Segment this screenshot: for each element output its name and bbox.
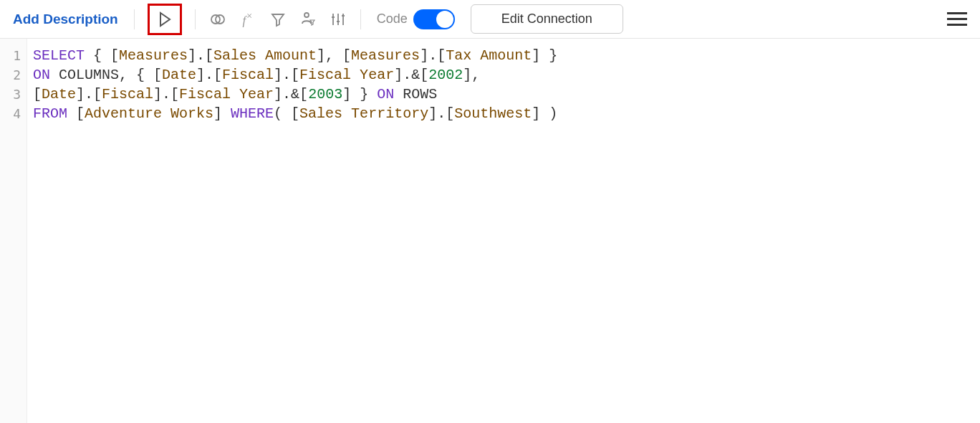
add-description-link[interactable]: Add Description xyxy=(6,7,125,32)
code-line: [Date].[Fiscal].[Fiscal Year].&[2003] } … xyxy=(33,85,974,104)
code-editor[interactable]: 1234 SELECT { [Measures].[Sales Amount],… xyxy=(0,39,980,423)
sliders-button[interactable] xyxy=(325,6,352,33)
fx-button[interactable]: f× xyxy=(234,6,261,33)
user-filter-button[interactable] xyxy=(294,6,322,33)
separator xyxy=(134,9,135,29)
code-line: SELECT { [Measures].[Sales Amount], [Mea… xyxy=(33,46,974,65)
fx-icon: f× xyxy=(243,10,253,28)
line-number: 2 xyxy=(0,65,27,85)
play-icon xyxy=(158,11,172,27)
code-label: Code xyxy=(377,11,408,27)
code-toggle[interactable] xyxy=(413,9,455,29)
code-area[interactable]: SELECT { [Measures].[Sales Amount], [Mea… xyxy=(27,39,980,423)
hamburger-icon xyxy=(947,12,967,14)
separator xyxy=(360,9,361,29)
run-button[interactable] xyxy=(148,4,182,35)
line-gutter: 1234 xyxy=(0,39,27,423)
filter-button[interactable] xyxy=(264,6,292,33)
code-line: FROM [Adventure Works] WHERE( [Sales Ter… xyxy=(33,104,974,123)
filter-icon xyxy=(270,11,286,27)
toolbar: Add Description f× Code Edit Connection xyxy=(0,0,980,39)
merge-icon xyxy=(209,11,226,28)
toggle-knob xyxy=(436,11,453,28)
user-filter-icon xyxy=(299,11,317,28)
edit-connection-button[interactable]: Edit Connection xyxy=(471,4,623,34)
menu-button[interactable] xyxy=(944,6,970,32)
line-number: 1 xyxy=(0,46,27,65)
line-number: 3 xyxy=(0,85,27,104)
line-number: 4 xyxy=(0,104,27,123)
separator xyxy=(195,9,196,29)
code-line: ON COLUMNS, { [Date].[Fiscal].[Fiscal Ye… xyxy=(33,65,974,85)
svg-point-2 xyxy=(304,13,309,17)
merge-button[interactable] xyxy=(204,6,231,33)
sliders-icon xyxy=(330,11,347,28)
